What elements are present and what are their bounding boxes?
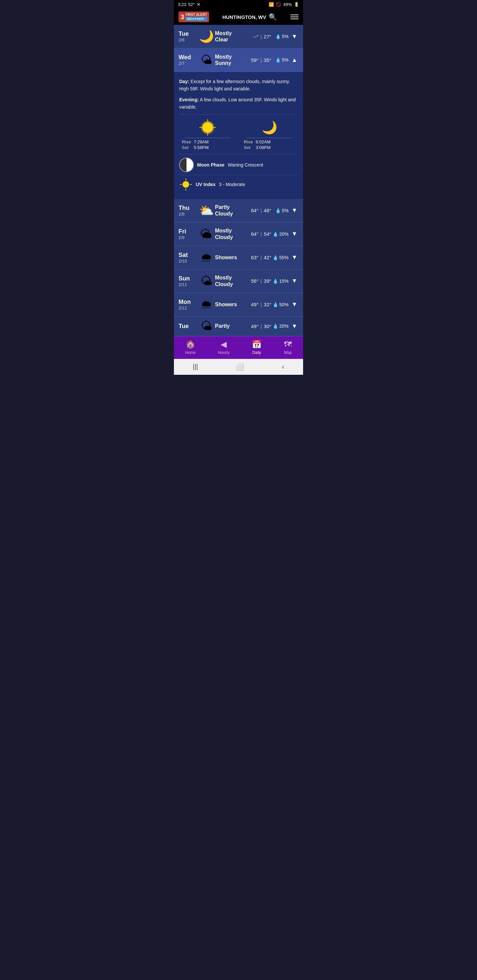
day-name: Fri (179, 228, 198, 235)
low-temp: 48° (264, 208, 271, 213)
precip: 💧 5% (271, 34, 289, 39)
moon-phase-label: Moon Phase (197, 162, 224, 167)
precip: 💧 5% (271, 57, 289, 62)
nav-home-label: Home (185, 350, 196, 355)
expand-chevron[interactable]: ▼ (290, 301, 298, 308)
low-temp: 30° (264, 323, 271, 329)
status-bar: 3:23 52° ✕ 📶 🚫 49% 🔋 (174, 0, 303, 9)
weather-icon: 🌙 (198, 29, 215, 43)
rain-drop-icon: 💧 (273, 255, 278, 260)
temps: 56° | 39° (251, 278, 271, 284)
logo-first: FIRST ALERT (185, 13, 207, 17)
condition: Showers (215, 254, 251, 261)
expand-chevron[interactable]: ▼ (290, 277, 298, 285)
location-display: HUNTINGTON, WV 🔍 (222, 13, 277, 21)
temps: 49° | 30° (251, 323, 271, 329)
temps: 64° | 48° (251, 208, 271, 213)
high-temp: 63° (251, 255, 259, 260)
day-col: Sun 2/11 (179, 275, 198, 287)
day-date: 2/9 (179, 235, 198, 240)
expand-chevron[interactable]: ▼ (290, 231, 298, 237)
forecast-row-fri-2-9[interactable]: Fri 2/9 🌥 MostlyCloudy 64° | 54° 💧 20% ▼ (174, 223, 303, 246)
status-right: 📶 🚫 49% 🔋 (269, 2, 299, 7)
low-temp: 35° (264, 57, 271, 63)
precip-pct: 20% (279, 231, 289, 237)
nav-hourly-label: Hourly (218, 350, 230, 355)
temps: 64° | 54° (251, 231, 271, 237)
evening-label: Evening: (179, 97, 199, 102)
weather-icon: 🌥 (198, 227, 215, 241)
condition: MostlyClear (215, 30, 253, 43)
expand-chevron[interactable]: ▼ (290, 207, 298, 214)
day-date: 2/12 (179, 305, 198, 310)
precip-pct: 5% (282, 57, 289, 62)
temps: --° | 27° (253, 34, 271, 40)
recent-apps-icon[interactable]: ||| (193, 363, 198, 371)
moon-phase-row: Moon Phase Waning Crescent (179, 158, 298, 172)
precip-pct: 5% (282, 34, 289, 39)
temps: 49° | 32° (251, 302, 271, 307)
forecast-row-tue-2-13[interactable]: Tue 🌤 Partly 49° | 30° 💧 20% ▼ (174, 317, 303, 336)
system-nav-bar: ||| ⬜ ‹ (174, 359, 303, 375)
evening-forecast-text: Evening: A few clouds. Low around 35F. W… (179, 96, 298, 111)
rain-drop-icon: 💧 (275, 57, 281, 62)
day-date: 2/6 (179, 37, 198, 42)
nav-daily[interactable]: 📅 Daily (252, 340, 262, 355)
day-col: Thu 2/8 (179, 205, 198, 216)
uv-val: 3 - Moderate (219, 182, 245, 187)
moon-icon: 🌙 (261, 119, 279, 137)
nav-hourly[interactable]: ◀ Hourly (218, 340, 230, 355)
home-button-icon[interactable]: ⬜ (236, 363, 244, 371)
day-col: Fri 2/9 (179, 228, 198, 240)
forecast-row-thu-2-8[interactable]: Thu 2/8 ⛅ PartlyCloudy 64° | 48° 💧 5% ▼ (174, 199, 303, 223)
expand-chevron[interactable]: ▼ (290, 254, 298, 261)
day-name: Tue (179, 323, 198, 330)
rain-drop-icon: 💧 (275, 208, 281, 213)
forecast-row-sat-2-10[interactable]: Sat 2/10 🌧 Showers 63° | 42° 💧 55% ▼ (174, 246, 303, 269)
menu-button[interactable] (290, 14, 298, 19)
day-col: Sat 2/10 (179, 251, 198, 264)
search-icon[interactable]: 🔍 (269, 13, 277, 21)
precip-pct: 50% (279, 302, 289, 307)
rain-drop-icon: 💧 (273, 302, 278, 307)
condition: PartlyCloudy (215, 204, 251, 216)
high-temp: 56° (251, 278, 259, 284)
sunrise-time: 7:29AM (194, 139, 209, 144)
status-x-icon: ✕ (197, 2, 200, 7)
moonset-time: 3:08PM (256, 145, 271, 150)
day-date: 2/11 (179, 282, 198, 287)
nav-map[interactable]: 🗺 Map (284, 340, 292, 355)
expand-chevron[interactable]: ▼ (290, 323, 298, 330)
day-name: Sun (179, 275, 198, 282)
low-temp: 54° (264, 231, 271, 237)
day-name: Sat (179, 251, 198, 259)
day-col: Tue (179, 323, 198, 330)
rain-drop-icon: 💧 (275, 34, 281, 39)
rain-drop-icon: 💧 (273, 231, 278, 237)
daily-icon: 📅 (252, 340, 262, 349)
nav-daily-label: Daily (252, 350, 262, 355)
day-col: Wed 2/7 (179, 54, 198, 66)
forecast-row-tue-2-6[interactable]: Tue 2/6 🌙 MostlyClear --° | 27° 💧 5% ▼ (174, 25, 303, 48)
high-temp: 64° (251, 231, 259, 237)
nav-home[interactable]: 🏠 Home (185, 340, 196, 355)
forecast-row-sun-2-11[interactable]: Sun 2/11 🌤 MostlyCloudy 56° | 39° 💧 15% … (174, 269, 303, 293)
collapse-chevron[interactable]: ▲ (290, 57, 298, 64)
forecast-row-wed-2-7[interactable]: Wed 2/7 🌤 MostlySunny 59° | 35° 💧 5% ▲ (174, 48, 303, 72)
moon-set-label: Set (244, 145, 253, 150)
moonrise-time: 6:02AM (256, 139, 271, 144)
forecast-row-mon-2-12[interactable]: Mon 2/12 🌧 Showers 49° | 32° 💧 50% ▼ (174, 293, 303, 317)
day-name: Thu (179, 205, 198, 212)
expand-chevron[interactable]: ▼ (290, 33, 298, 40)
precip: 💧 20% (271, 231, 289, 237)
day-col: Mon 2/12 (179, 299, 198, 310)
weather-icon: 🌧 (198, 298, 215, 312)
back-button-icon[interactable]: ‹ (282, 363, 284, 371)
condition: MostlyCloudy (215, 274, 251, 287)
rain-drop-icon: 💧 (273, 323, 278, 329)
weather-icon: 🌤 (198, 274, 215, 288)
temps: 59° | 35° (251, 57, 271, 63)
rain-drop-icon: 💧 (273, 278, 278, 284)
low-temp: 32° (264, 302, 271, 307)
map-icon: 🗺 (284, 340, 292, 349)
